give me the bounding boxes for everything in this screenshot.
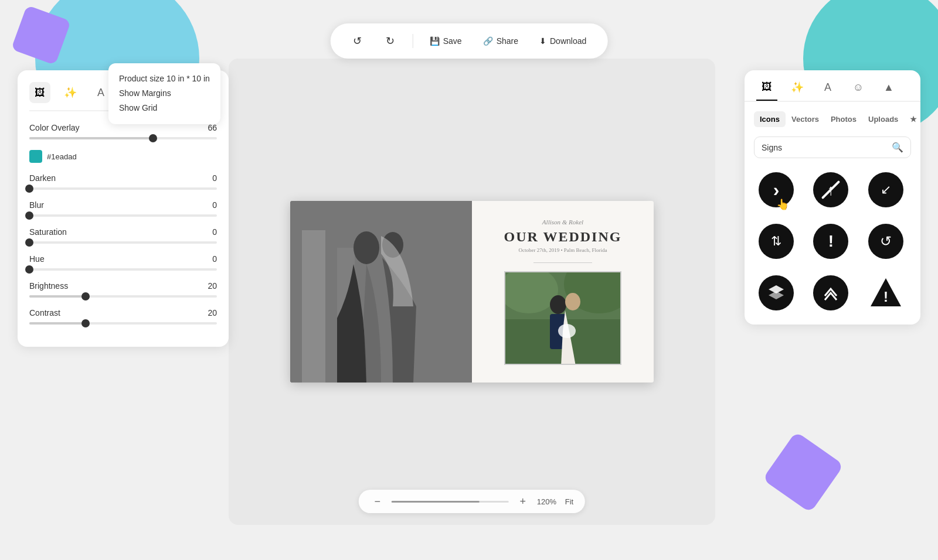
icon-cell-layered[interactable] xyxy=(754,271,798,315)
zoom-out-button[interactable]: − xyxy=(371,494,385,508)
icon-cell-refresh[interactable]: ↺ xyxy=(864,219,908,264)
color-overlay-value: 66 xyxy=(208,123,217,132)
color-overlay-slider[interactable] xyxy=(29,137,217,139)
share-label: Share xyxy=(497,36,518,46)
zoom-fit-button[interactable]: Fit xyxy=(565,497,573,506)
nav-vectors[interactable]: Vectors xyxy=(786,111,825,127)
product-info-tooltip: Product size 10 in * 10 in Show Margins … xyxy=(108,63,220,124)
color-swatch[interactable] xyxy=(29,150,42,163)
blur-slider[interactable] xyxy=(29,214,217,217)
decorative-line xyxy=(533,262,592,263)
icon-cell-warning[interactable]: ! xyxy=(864,271,908,315)
search-input[interactable] xyxy=(762,143,887,152)
icon-arrow-banned: ↑ xyxy=(813,172,848,207)
icon-cell-double-chevron[interactable] xyxy=(808,271,853,315)
nav-favorites[interactable]: ★ xyxy=(904,111,920,127)
redo-button[interactable]: ↻ xyxy=(380,30,401,52)
photo-figures-svg xyxy=(290,201,472,383)
brightness-row: Brightness 20 xyxy=(29,281,217,298)
icon-cell-chevron-right[interactable]: › 👆 xyxy=(754,168,798,212)
blur-row: Blur 0 xyxy=(29,200,217,217)
zoom-level-label: 120% xyxy=(537,497,558,506)
canvas-area: Allison & Rokel OUR WEDDING October 27th… xyxy=(229,59,715,525)
contrast-row: Contrast 20 xyxy=(29,308,217,325)
right-panel-icon-tabs: 🖼 ✨ A ☺ ▲ xyxy=(745,70,920,102)
tab-wand[interactable]: ✨ xyxy=(60,82,81,103)
contrast-label: Contrast xyxy=(29,308,60,317)
svg-point-11 xyxy=(565,293,580,310)
book-left-page xyxy=(290,201,472,383)
right-tab-text[interactable]: A xyxy=(817,80,838,101)
icon-updown: ⇅ xyxy=(759,224,794,259)
darken-label: Darken xyxy=(29,173,56,183)
nav-uploads[interactable]: Uploads xyxy=(862,111,904,127)
blur-value: 0 xyxy=(212,200,217,210)
icon-double-chevron xyxy=(813,275,848,310)
blur-label: Blur xyxy=(29,200,44,210)
book-canvas: Allison & Rokel OUR WEDDING October 27th… xyxy=(290,201,654,383)
toolbar-divider xyxy=(413,34,413,48)
svg-point-3 xyxy=(354,231,379,264)
right-tab-shape[interactable]: ▲ xyxy=(878,80,899,101)
color-overlay-row: Color Overlay 66 xyxy=(29,123,217,139)
zoom-track[interactable] xyxy=(392,501,509,503)
tab-image[interactable]: 🖼 xyxy=(29,82,50,103)
icon-exclamation: ! xyxy=(813,224,848,259)
book-title-text: OUR WEDDING xyxy=(504,229,622,245)
brightness-value: 20 xyxy=(208,281,217,291)
download-label: Download xyxy=(550,36,586,46)
search-box: 🔍 xyxy=(754,136,911,158)
download-icon: ⬇ xyxy=(539,36,546,46)
brightness-label: Brightness xyxy=(29,281,68,291)
show-grid-label[interactable]: Show Grid xyxy=(119,101,210,115)
book-script-text: Allison & Rokel xyxy=(542,218,583,226)
layered-svg xyxy=(767,284,785,302)
right-tab-emoji[interactable]: ☺ xyxy=(848,80,869,101)
nav-photos[interactable]: Photos xyxy=(825,111,862,127)
saturation-value: 0 xyxy=(212,227,217,237)
nav-icons[interactable]: Icons xyxy=(754,111,786,127)
show-margins-label[interactable]: Show Margins xyxy=(119,86,210,101)
svg-rect-1 xyxy=(302,230,325,383)
contrast-slider[interactable] xyxy=(29,322,217,325)
darken-slider[interactable] xyxy=(29,187,217,190)
darken-value: 0 xyxy=(212,173,217,183)
share-button[interactable]: 🔗 Share xyxy=(478,34,523,48)
color-overlay-label: Color Overlay xyxy=(29,123,80,132)
icon-layered xyxy=(759,275,794,310)
zoom-fill xyxy=(392,501,480,503)
zoom-in-button[interactable]: + xyxy=(516,494,530,508)
icon-cell-exclamation[interactable]: ! xyxy=(808,219,853,264)
brightness-slider[interactable] xyxy=(29,295,217,298)
save-button[interactable]: 💾 Save xyxy=(425,34,467,48)
saturation-slider[interactable] xyxy=(29,241,217,244)
save-icon: 💾 xyxy=(430,36,440,46)
hue-row: Hue 0 xyxy=(29,254,217,271)
saturation-label: Saturation xyxy=(29,227,67,237)
darken-row: Darken 0 xyxy=(29,173,217,190)
icon-cell-arrow-banned[interactable]: ↑ xyxy=(808,168,853,212)
svg-point-9 xyxy=(550,295,566,314)
right-panel-nav: Icons Vectors Photos Uploads ★ xyxy=(745,111,920,127)
color-hex-label: #1eadad xyxy=(47,152,77,161)
top-toolbar: ↺ ↻ 💾 Save 🔗 Share ⬇ Download xyxy=(331,23,608,59)
right-tab-image[interactable]: 🖼 xyxy=(756,80,777,101)
zoom-bar: − + 120% Fit xyxy=(359,490,585,513)
download-button[interactable]: ⬇ Download xyxy=(535,34,591,48)
undo-button[interactable]: ↺ xyxy=(347,30,368,52)
share-icon: 🔗 xyxy=(483,36,493,46)
book-right-page: Allison & Rokel OUR WEDDING October 27th… xyxy=(472,201,654,383)
contrast-value: 20 xyxy=(208,308,217,317)
icon-warning-container: ! xyxy=(868,275,903,310)
wedding-photo-bw xyxy=(290,201,472,383)
hue-slider[interactable] xyxy=(29,268,217,271)
right-panel: 🖼 ✨ A ☺ ▲ Icons Vectors Photos Uploads ★… xyxy=(745,70,920,325)
icon-cell-arrow-dl[interactable]: ↙ xyxy=(864,168,908,212)
right-tab-wand[interactable]: ✨ xyxy=(787,80,808,101)
search-icon[interactable]: 🔍 xyxy=(892,142,903,153)
icons-grid: › 👆 ↑ ↙ ⇅ ! ↺ xyxy=(745,168,920,325)
app-container: ↺ ↻ 💾 Save 🔗 Share ⬇ Download Product si… xyxy=(0,0,938,560)
book-subtitle-text: October 27th, 2019 • Palm Beach, Florida xyxy=(518,247,607,253)
undo-icon: ↺ xyxy=(353,35,362,47)
icon-cell-updown[interactable]: ⇅ xyxy=(754,219,798,264)
